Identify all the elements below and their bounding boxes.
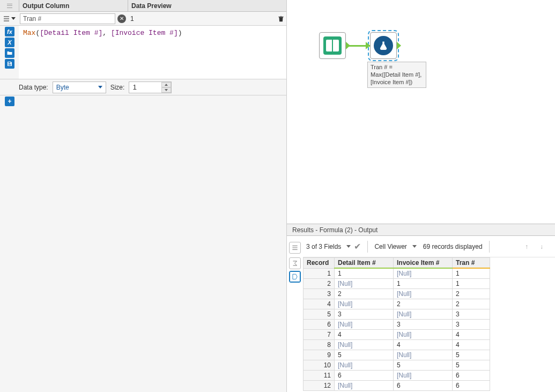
cell-tran[interactable]: 1 (453, 279, 490, 289)
cell-tran[interactable]: 3 (453, 309, 490, 320)
nav-up-button[interactable]: ↑ (521, 241, 532, 253)
cell-tran[interactable]: 5 (453, 350, 490, 360)
fx-button[interactable]: fx (5, 27, 14, 36)
cell-tran[interactable]: 6 (453, 381, 490, 391)
cell-tran[interactable]: 3 (453, 320, 490, 330)
cell-record[interactable]: 4 (304, 299, 335, 309)
cellviewer-dropdown-icon[interactable] (412, 245, 417, 248)
cell-tran[interactable]: 6 (453, 371, 490, 381)
cell-detail[interactable]: 2 (335, 289, 394, 299)
nav-down-button[interactable]: ↓ (536, 241, 547, 253)
output-anchor-icon[interactable] (397, 42, 401, 49)
tool-annotation[interactable]: Tran # = Max([Detail Item #], [Invoice I… (367, 62, 426, 88)
cell-detail[interactable]: [Null] (335, 279, 394, 289)
save-button[interactable] (5, 59, 14, 69)
cell-record[interactable]: 5 (304, 309, 335, 320)
workflow-canvas[interactable]: Tran # = Max([Detail Item #], [Invoice I… (287, 0, 555, 224)
cell-invoice[interactable]: 5 (394, 360, 453, 371)
cell-tran[interactable]: 2 (453, 299, 490, 309)
add-column-button[interactable]: + (5, 97, 14, 106)
cell-detail[interactable]: 4 (335, 330, 394, 340)
cell-invoice[interactable]: 2 (394, 299, 453, 309)
input-anchor-icon[interactable] (366, 42, 370, 49)
table-row[interactable]: 32[Null]2 (304, 289, 490, 299)
table-row[interactable]: 4[Null]22 (304, 299, 490, 309)
cell-tran[interactable]: 5 (453, 360, 490, 371)
cell-detail[interactable]: 5 (335, 350, 394, 360)
table-row[interactable]: 74[Null]4 (304, 330, 490, 340)
cell-invoice[interactable]: 3 (394, 320, 453, 330)
datatype-dropdown[interactable]: Byte (53, 82, 106, 93)
clear-output-icon[interactable]: ✕ (117, 14, 126, 23)
table-row[interactable]: 6[Null]33 (304, 320, 490, 330)
expression-editor[interactable]: Max([Detail Item #], [Invoice Item #]) (19, 26, 286, 79)
folder-button[interactable] (5, 48, 14, 58)
expr-field-1: [Detail Item #] (40, 29, 102, 37)
col-invoice[interactable]: Invoice Item # (394, 258, 453, 269)
cell-viewer-label[interactable]: Cell Viewer (374, 243, 406, 250)
cell-invoice[interactable]: 4 (394, 340, 453, 350)
cell-invoice[interactable]: 6 (394, 381, 453, 391)
check-icon[interactable]: ✔ (354, 241, 361, 252)
cell-invoice[interactable]: [Null] (394, 289, 453, 299)
col-detail[interactable]: Detail Item # (335, 258, 394, 269)
col-tran[interactable]: Tran # (453, 258, 490, 269)
cell-record[interactable]: 7 (304, 330, 335, 340)
table-row[interactable]: 11[Null]1 (304, 268, 490, 279)
datatype-value: Byte (56, 84, 69, 91)
cell-record[interactable]: 6 (304, 320, 335, 330)
results-grid[interactable]: Record Detail Item # Invoice Item # Tran… (303, 257, 555, 392)
table-row[interactable]: 10[Null]55 (304, 360, 490, 371)
table-row[interactable]: 53[Null]3 (304, 309, 490, 320)
vtab-list[interactable] (289, 242, 301, 254)
cell-record[interactable]: 11 (304, 371, 335, 381)
expand-chevron-icon[interactable] (11, 17, 16, 20)
col-record[interactable]: Record (304, 258, 335, 269)
size-spinner[interactable] (161, 82, 171, 93)
cell-tran[interactable]: 4 (453, 340, 490, 350)
cell-tran[interactable]: 4 (453, 330, 490, 340)
table-row[interactable]: 12[Null]66 (304, 381, 490, 391)
cell-record[interactable]: 2 (304, 279, 335, 289)
table-row[interactable]: 8[Null]44 (304, 340, 490, 350)
output-column-input[interactable] (20, 13, 115, 24)
vtab-sigma[interactable] (289, 257, 301, 269)
cell-invoice[interactable]: [Null] (394, 371, 453, 381)
table-row[interactable]: 95[Null]5 (304, 350, 490, 360)
cell-detail[interactable]: [Null] (335, 320, 394, 330)
formula-tool[interactable] (370, 32, 397, 59)
results-panel: Results - Formula (2) - Output (287, 224, 555, 392)
cell-record[interactable]: 10 (304, 360, 335, 371)
cell-detail[interactable]: [Null] (335, 299, 394, 309)
cell-record[interactable]: 3 (304, 289, 335, 299)
cell-record[interactable]: 12 (304, 381, 335, 391)
cell-record[interactable]: 9 (304, 350, 335, 360)
cell-detail[interactable]: 1 (335, 268, 394, 279)
cell-detail[interactable]: [Null] (335, 381, 394, 391)
cell-detail[interactable]: [Null] (335, 360, 394, 371)
cell-tran[interactable]: 1 (453, 268, 490, 279)
cell-invoice[interactable]: [Null] (394, 330, 453, 340)
cell-invoice[interactable]: 1 (394, 279, 453, 289)
cell-record[interactable]: 1 (304, 268, 335, 279)
cell-tran[interactable]: 2 (453, 289, 490, 299)
config-header: Output Column Data Preview (0, 0, 286, 12)
drag-handle-icon[interactable] (4, 16, 9, 21)
cell-detail[interactable]: 3 (335, 309, 394, 320)
table-row[interactable]: 2[Null]11 (304, 279, 490, 289)
input-tool[interactable] (319, 32, 346, 59)
cell-detail[interactable]: [Null] (335, 340, 394, 350)
cell-invoice[interactable]: [Null] (394, 309, 453, 320)
expr-field-2: [Invoice Item #] (111, 29, 178, 37)
fields-count-label[interactable]: 3 of 3 Fields (306, 243, 341, 250)
fields-dropdown-icon[interactable] (346, 245, 351, 248)
cell-detail[interactable]: 6 (335, 371, 394, 381)
delete-row-button[interactable] (276, 15, 286, 23)
cell-record[interactable]: 8 (304, 340, 335, 350)
input-data-icon (323, 36, 342, 55)
table-row[interactable]: 116[Null]6 (304, 371, 490, 381)
vtab-output[interactable] (289, 271, 301, 283)
x-variable-button[interactable]: X (5, 38, 14, 47)
cell-invoice[interactable]: [Null] (394, 268, 453, 279)
cell-invoice[interactable]: [Null] (394, 350, 453, 360)
